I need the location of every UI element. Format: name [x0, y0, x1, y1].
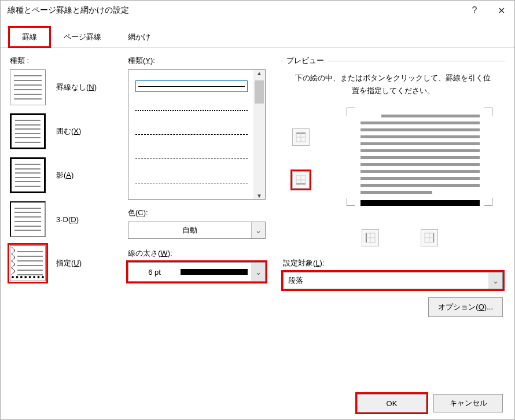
thumb-custom-icon [10, 245, 46, 281]
setting-none[interactable]: 罫線なし(N) [10, 69, 120, 105]
setting-box[interactable]: 囲む(X) [10, 113, 120, 149]
dialog-window: 線種とページ罫線と網かけの設定 ? ✕ 罫線 ページ罫線 網かけ 種類 : 罫線… [0, 0, 515, 420]
style-listbox[interactable]: ▲ ▼ [128, 69, 266, 200]
thumb-shadow-icon [10, 157, 46, 193]
options-button[interactable]: オプション(O)... [428, 297, 503, 317]
apply-to-label: 設定対象(L): [283, 258, 503, 268]
thumb-box-icon [10, 113, 46, 149]
preview-hint: 下の絵の中、またはボタンをクリックして、罫線を引く位置を指定してください。 [295, 72, 491, 97]
style-label: 種類(Y): [128, 56, 266, 66]
title-bar: 線種とページ罫線と網かけの設定 ? ✕ [1, 1, 514, 20]
chevron-down-icon[interactable]: ⌄ [251, 263, 265, 281]
help-button[interactable]: ? [461, 1, 488, 20]
chevron-down-icon[interactable]: ⌄ [488, 272, 502, 289]
scroll-up-icon[interactable]: ▲ [256, 70, 262, 76]
border-right-icon [424, 233, 435, 243]
ok-button[interactable]: OK [357, 394, 426, 412]
color-value: 自動 [128, 225, 251, 235]
apply-to-value: 段落 [288, 275, 303, 286]
width-combo[interactable]: 6 pt ⌄ [128, 262, 266, 282]
chevron-down-icon[interactable]: ⌄ [251, 222, 265, 238]
preview-area[interactable] [283, 108, 503, 258]
setting-3d[interactable]: 3-D(D) [10, 201, 120, 237]
border-right-button[interactable] [421, 229, 438, 246]
tab-page-border[interactable]: ページ罫線 [50, 27, 115, 47]
setting-custom[interactable]: 指定(U) [10, 245, 120, 281]
setting-shadow[interactable]: 影(A) [10, 157, 120, 193]
setting-custom-label: 指定(U) [56, 258, 82, 268]
tab-borders[interactable]: 罫線 [9, 27, 50, 47]
border-bottom-button[interactable] [292, 171, 310, 189]
width-sample-bar [181, 269, 248, 275]
corner-marker [484, 198, 492, 206]
corner-marker [484, 108, 492, 116]
tab-strip: 罫線 ページ罫線 網かけ [1, 20, 514, 47]
apply-to-combo[interactable]: 段落 ⌄ [283, 272, 503, 289]
close-button[interactable]: ✕ [488, 1, 514, 20]
style-option-dashed-fine[interactable] [135, 129, 248, 141]
width-value: 6 pt [128, 268, 181, 277]
setting-shadow-label: 影(A) [56, 170, 73, 180]
border-top-button[interactable] [292, 128, 310, 146]
style-option-dashed[interactable] [135, 153, 248, 165]
preview-legend: プレビュー [283, 56, 328, 66]
dialog-body: 種類 : 罫線なし(N) 囲む(X) [1, 47, 514, 383]
scroll-thumb[interactable] [255, 80, 264, 104]
thumb-3d-icon [10, 201, 46, 237]
setting-type-heading: 種類 : [10, 56, 120, 66]
width-label: 線の太さ(W): [128, 248, 266, 259]
style-option-dotted[interactable] [135, 105, 248, 116]
cancel-button[interactable]: キャンセル [433, 394, 503, 412]
dialog-footer: OK キャンセル [357, 394, 503, 412]
border-bottom-icon [296, 175, 306, 185]
style-scrollbar[interactable]: ▲ ▼ [253, 70, 265, 199]
border-left-icon [365, 233, 376, 243]
setting-box-label: 囲む(X) [56, 126, 81, 137]
color-combo[interactable]: 自動 ⌄ [128, 222, 266, 239]
window-title: 線種とページ罫線と網かけの設定 [8, 5, 461, 16]
preview-group: プレビュー 下の絵の中、またはボタンをクリックして、罫線を引く位置を指定してくだ… [281, 56, 505, 317]
setting-type-column: 種類 : 罫線なし(N) 囲む(X) [10, 56, 120, 383]
border-top-icon [296, 132, 306, 142]
color-label: 色(C): [128, 208, 266, 218]
line-style-column: 種類(Y): ▲ ▼ 色(C): 自動 ⌄ [120, 56, 270, 383]
preview-paragraph-icon [360, 115, 480, 206]
corner-marker [347, 198, 355, 206]
corner-marker [347, 108, 355, 116]
border-left-button[interactable] [362, 229, 379, 246]
setting-3d-label: 3-D(D) [56, 215, 79, 224]
zigzag-icon [12, 247, 15, 276]
style-option-dash-wide[interactable] [135, 177, 248, 189]
preview-column: プレビュー 下の絵の中、またはボタンをクリックして、罫線を引く位置を指定してくだ… [270, 56, 505, 383]
setting-none-label: 罫線なし(N) [56, 82, 97, 93]
tab-shading[interactable]: 網かけ [115, 27, 164, 47]
style-option-solid[interactable] [135, 80, 248, 92]
thumb-none-icon [10, 69, 46, 105]
scroll-down-icon[interactable]: ▼ [256, 193, 262, 199]
